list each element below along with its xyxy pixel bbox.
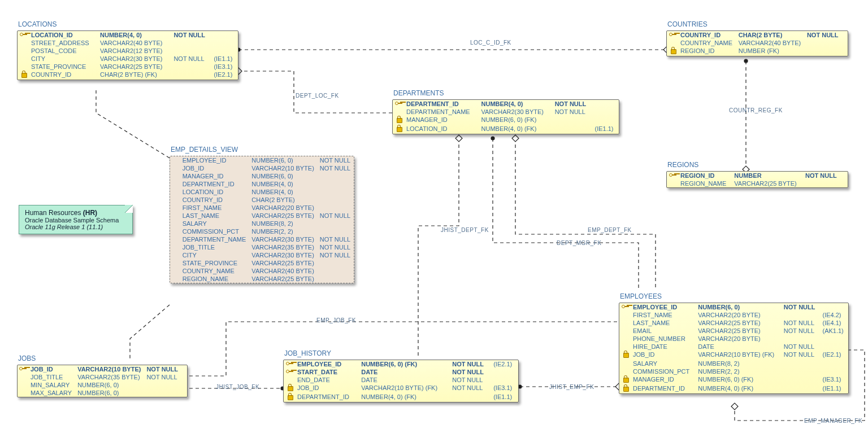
table-row[interactable]: JOB_TITLEVARCHAR2(35 BYTE)NOT NULL [170, 243, 354, 251]
entity-title-countries: COUNTRIES [667, 20, 708, 28]
fk-label: JHIST_EMP_FK [549, 384, 594, 390]
column-name: POSTAL_CODE [29, 47, 98, 55]
table-row[interactable]: START_DATEDATENOT NULL [284, 368, 518, 376]
table-row[interactable]: EMPLOYEE_IDNUMBER(6, 0) (FK)NOT NULL(IE2… [284, 360, 518, 368]
table-row[interactable]: JOB_TITLEVARCHAR2(35 BYTE)NOT NULL [18, 373, 187, 381]
table-row[interactable]: CITYVARCHAR2(30 BYTE)NOT NULL [170, 251, 354, 259]
table-row[interactable]: EMPLOYEE_IDNUMBER(6, 0)NOT NULL [170, 156, 354, 164]
entity-countries[interactable]: COUNTRY_IDCHAR(2 BYTE)NOT NULLCOUNTRY_NA… [666, 30, 848, 56]
table-row[interactable]: EMAILVARCHAR2(25 BYTE)NOT NULL(AK1.1) [619, 327, 848, 335]
table-row[interactable]: COUNTRY_NAMEVARCHAR2(40 BYTE) [667, 39, 848, 47]
entity-jobs[interactable]: JOB_IDVARCHAR2(10 BYTE)NOT NULLJOB_TITLE… [17, 365, 188, 397]
table-row[interactable]: LOCATION_IDNUMBER(4, 0) [170, 188, 354, 196]
column-name: LOCATION_ID [404, 125, 479, 134]
table-row[interactable]: COUNTRY_IDCHAR(2 BYTE)NOT NULL [667, 31, 848, 39]
column-notnull [318, 180, 354, 188]
table-row[interactable]: REGION_IDNUMBER (FK) [667, 47, 848, 56]
table-row[interactable]: SALARYNUMBER(8, 2) [170, 220, 354, 227]
entity-job-history[interactable]: EMPLOYEE_IDNUMBER(6, 0) (FK)NOT NULL(IE2… [283, 360, 519, 402]
table-row[interactable]: END_DATEDATENOT NULL [284, 376, 518, 384]
table-row[interactable]: LOCATION_IDNUMBER(4, 0) (FK)(IE1.1) [393, 125, 619, 134]
column-notnull [318, 275, 354, 283]
table-row[interactable]: COMMISSION_PCTNUMBER(2, 2) [170, 227, 354, 235]
table-row[interactable]: FIRST_NAMEVARCHAR2(20 BYTE) [170, 204, 354, 212]
column-name: MANAGER_ID [180, 172, 250, 180]
table-row[interactable]: MANAGER_IDNUMBER(6, 0) [170, 172, 354, 180]
table-row[interactable]: REGION_NAMEVARCHAR2(25 BYTE) [170, 275, 354, 283]
column-notnull [318, 227, 354, 235]
table-row[interactable]: MANAGER_IDNUMBER(6, 0) (FK)(IE3.1) [619, 375, 848, 384]
column-name: SALARY [631, 360, 696, 367]
table-row[interactable]: DEPARTMENT_IDNUMBER(4, 0) (FK)(IE1.1) [284, 393, 518, 402]
column-name: JOB_ID [180, 164, 250, 172]
column-notnull [553, 116, 593, 125]
table-row[interactable]: STREET_ADDRESSVARCHAR2(40 BYTE) [18, 39, 238, 47]
table-row[interactable]: DEPARTMENT_IDNUMBER(4, 0) [170, 180, 354, 188]
column-index [491, 376, 518, 384]
table-row[interactable]: JOB_IDVARCHAR2(10 BYTE) (FK)NOT NULL(IE3… [284, 384, 518, 393]
entity-emp-details-view[interactable]: EMPLOYEE_IDNUMBER(6, 0)NOT NULLJOB_IDVAR… [170, 156, 354, 283]
table-row[interactable]: HIRE_DATEDATENOT NULL [619, 343, 848, 351]
table-row[interactable]: STATE_PROVINCEVARCHAR2(25 BYTE) [170, 259, 354, 267]
column-type: NUMBER(2, 2) [696, 367, 782, 375]
table-row[interactable]: MANAGER_IDNUMBER(6, 0) (FK) [393, 116, 619, 125]
column-name: MANAGER_ID [404, 116, 479, 125]
column-type: NUMBER(8, 2) [696, 360, 782, 367]
table-row[interactable]: LAST_NAMEVARCHAR2(25 BYTE)NOT NULL [170, 212, 354, 220]
table-row[interactable]: EMPLOYEE_IDNUMBER(6, 0)NOT NULL [619, 303, 848, 311]
column-type: CHAR(2 BYTE) [736, 31, 805, 39]
column-notnull: NOT NULL [144, 365, 181, 373]
table-row[interactable]: COUNTRY_IDCHAR(2 BYTE) (FK)(IE2.1) [18, 71, 238, 80]
table-row[interactable]: DEPARTMENT_NAMEVARCHAR2(30 BYTE)NOT NULL [170, 235, 354, 243]
column-type: NUMBER(4, 0) [249, 188, 317, 196]
column-index [842, 180, 848, 187]
table-row[interactable]: JOB_IDVARCHAR2(10 BYTE)NOT NULL [170, 164, 354, 172]
primary-key-icon [20, 32, 28, 37]
column-index [820, 367, 848, 375]
column-name: COMMISSION_PCT [631, 367, 696, 375]
table-row[interactable]: COUNTRY_IDCHAR(2 BYTE) [170, 196, 354, 204]
table-row[interactable]: JOB_IDVARCHAR2(10 BYTE)NOT NULL [18, 365, 187, 373]
table-row[interactable]: POSTAL_CODEVARCHAR2(12 BYTE) [18, 47, 238, 55]
column-type: VARCHAR2(30 BYTE) [249, 251, 317, 259]
table-row[interactable]: MAX_SALARYNUMBER(6, 0) [18, 389, 187, 397]
table-row[interactable]: CITYVARCHAR2(30 BYTE)NOT NULL(IE1.1) [18, 55, 238, 63]
column-notnull: NOT NULL [782, 343, 821, 351]
column-index: (IE1.1) [491, 393, 518, 402]
table-row[interactable]: PHONE_NUMBERVARCHAR2(20 BYTE) [619, 335, 848, 343]
table-row[interactable]: DEPARTMENT_IDNUMBER(4, 0) (FK)(IE1.1) [619, 384, 848, 393]
column-type: VARCHAR2(30 BYTE) [479, 108, 553, 116]
column-type: NUMBER(4, 0) [479, 100, 553, 108]
table-row[interactable]: JOB_IDVARCHAR2(10 BYTE) (FK)NOT NULL(IE2… [619, 351, 848, 360]
column-type: NUMBER(4, 0) (FK) [696, 384, 782, 393]
table-row[interactable]: SALARYNUMBER(8, 2) [619, 360, 848, 367]
column-type: NUMBER (FK) [736, 47, 805, 56]
column-type: NUMBER(6, 0) [75, 381, 144, 389]
table-row[interactable]: LAST_NAMEVARCHAR2(25 BYTE)NOT NULL(IE4.1… [619, 319, 848, 327]
table-row[interactable]: MIN_SALARYNUMBER(6, 0) [18, 381, 187, 389]
table-row[interactable]: REGION_NAMEVARCHAR2(25 BYTE) [667, 180, 848, 187]
table-row[interactable]: FIRST_NAMEVARCHAR2(20 BYTE)(IE4.2) [619, 311, 848, 319]
table-row[interactable]: COMMISSION_PCTNUMBER(2, 2) [619, 367, 848, 375]
column-notnull [318, 259, 354, 267]
entity-regions[interactable]: REGION_IDNUMBERNOT NULLREGION_NAMEVARCHA… [666, 171, 848, 188]
column-notnull: NOT NULL [805, 31, 842, 39]
column-name: FIRST_NAME [631, 311, 696, 319]
table-row[interactable]: STATE_PROVINCEVARCHAR2(25 BYTE)(IE3.1) [18, 63, 238, 71]
column-name: COUNTRY_ID [29, 71, 98, 80]
table-row[interactable]: REGION_IDNUMBERNOT NULL [667, 172, 848, 180]
table-row[interactable]: COUNTRY_NAMEVARCHAR2(40 BYTE) [170, 267, 354, 275]
column-notnull [805, 47, 842, 56]
table-row[interactable]: DEPARTMENT_IDNUMBER(4, 0)NOT NULL [393, 100, 619, 108]
fk-label: JHIST_DEPT_FK [441, 227, 489, 233]
column-type: VARCHAR2(40 BYTE) [736, 39, 805, 47]
entity-departments[interactable]: DEPARTMENT_IDNUMBER(4, 0)NOT NULLDEPARTM… [392, 99, 619, 134]
column-name: DEPARTMENT_ID [295, 393, 359, 402]
entity-employees[interactable]: EMPLOYEE_IDNUMBER(6, 0)NOT NULLFIRST_NAM… [619, 303, 849, 394]
column-name: COMMISSION_PCT [180, 227, 250, 235]
foreign-key-icon [287, 384, 293, 391]
column-index [181, 381, 187, 389]
table-row[interactable]: DEPARTMENT_NAMEVARCHAR2(30 BYTE)NOT NULL [393, 108, 619, 116]
entity-locations[interactable]: LOCATION_IDNUMBER(4, 0)NOT NULLSTREET_AD… [17, 30, 238, 80]
table-row[interactable]: LOCATION_IDNUMBER(4, 0)NOT NULL [18, 31, 238, 39]
